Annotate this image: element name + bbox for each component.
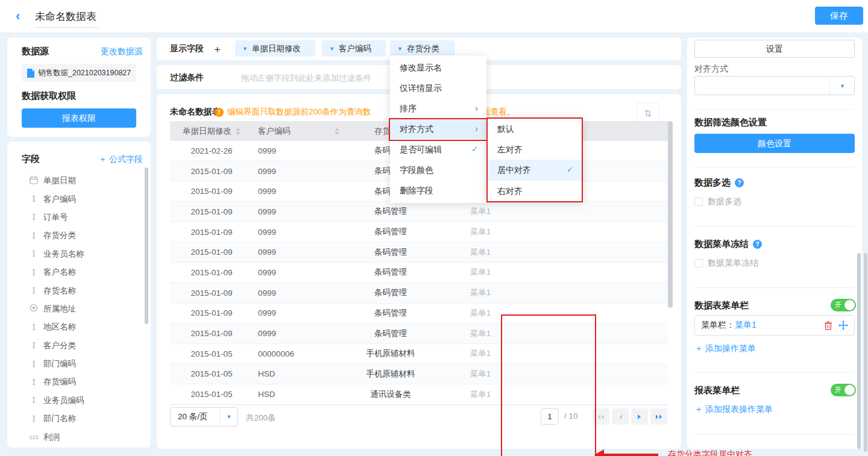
fields-panel: 字段 ＋ 公式字段 单据日期 I客户编码 I订单号 I存货分类 I业务员名称 I…	[7, 142, 151, 448]
menu-item-field-color[interactable]: 字段颜色	[390, 160, 486, 180]
field-item-yewuyuanmingcheng[interactable]: I业务员名称	[7, 245, 151, 263]
menu-item-detail-only[interactable]: 仅详情显示	[390, 78, 486, 98]
submenu-item-default[interactable]: 默认	[488, 119, 582, 139]
filter-label: 过滤条件	[170, 72, 204, 83]
sort-caret-icon[interactable]	[335, 128, 339, 135]
align-setting-select[interactable]: ▼	[694, 76, 855, 95]
field-item-diqumingcheng[interactable]: I地区名称	[7, 318, 151, 336]
text-icon: I	[29, 323, 39, 332]
datasource-file[interactable]: 销售数据_20210203190827	[22, 64, 136, 82]
add-display-field-icon[interactable]: ＋	[212, 42, 222, 56]
report-menubar-toggle[interactable]: 开	[831, 384, 856, 396]
row-menu-action[interactable]: 菜单1	[436, 344, 525, 364]
row-menu-action[interactable]: 菜单1	[436, 364, 525, 384]
trash-icon[interactable]	[824, 321, 832, 330]
row-menu-action[interactable]: 菜单1	[436, 304, 525, 323]
page-size-select[interactable]: 20 条/页 ▼	[170, 407, 238, 426]
table-scrollbar[interactable]	[668, 121, 673, 308]
change-datasource-link[interactable]: 更改数据源	[101, 46, 143, 57]
text-icon: I	[29, 195, 39, 204]
field-item-cunhuomingcheng[interactable]: I存货名称	[7, 281, 151, 299]
save-button[interactable]: 保存	[815, 7, 863, 25]
menu-item-rename[interactable]: 修改显示名	[390, 57, 486, 78]
caret-down-icon: ▼	[242, 46, 248, 52]
settings-scrollbar[interactable]	[857, 253, 861, 449]
settings-panel: 设置 对齐方式 ▼ 数据筛选颜色设置 颜色设置 数据多选? 数据多选 数据菜单冻…	[687, 37, 862, 449]
plus-icon: ＋	[694, 343, 703, 353]
field-item-dingdanhao[interactable]: I订单号	[7, 208, 151, 226]
question-icon[interactable]: ?	[735, 178, 744, 187]
next-page-button[interactable]	[631, 408, 648, 425]
menubar-item: 菜单栏：菜单1	[694, 315, 855, 336]
field-context-menu: 修改显示名 仅详情显示 排序› 对齐方式› 是否可编辑✓ 字段颜色 删除字段	[390, 55, 486, 203]
column-header-date[interactable]: 单据日期修改	[170, 121, 253, 141]
field-chip-kehubianma[interactable]: ▼客户编码	[322, 40, 386, 57]
checkbox-icon[interactable]	[694, 198, 703, 206]
field-item-bumenbianma[interactable]: I部门编码	[7, 355, 151, 373]
prev-page-button[interactable]	[612, 408, 629, 425]
field-chip-danjuriqixiugai[interactable]: ▼单据日期修改	[235, 40, 315, 57]
add-action-menu-link[interactable]: ＋ 添加操作菜单	[694, 343, 756, 354]
menu-item-sort[interactable]: 排序›	[390, 98, 486, 119]
menu-item-editable[interactable]: 是否可编辑✓	[390, 139, 486, 160]
filter-dropzone-placeholder[interactable]: 拖动左侧字段到此处来添加过滤条件	[241, 73, 371, 84]
submenu-item-center[interactable]: 居中对齐✓	[488, 160, 582, 180]
field-item-danjuriqi[interactable]: 单据日期	[7, 172, 151, 190]
row-menu-action[interactable]: 菜单1	[436, 384, 525, 404]
page-count-label: / 10	[564, 411, 578, 420]
text-icon: I	[29, 213, 39, 222]
add-formula-field-link[interactable]: ＋ 公式字段	[98, 154, 143, 165]
field-item-cunhuobianma[interactable]: I存货编码	[7, 373, 151, 391]
fields-scrollbar[interactable]	[145, 167, 148, 324]
page-title[interactable]: 未命名数据表	[35, 10, 99, 28]
chevron-right-icon: ›	[475, 98, 478, 119]
page-number-input[interactable]: 1	[541, 408, 559, 425]
field-item-yewuyuanbianma[interactable]: I业务员编码	[7, 392, 151, 410]
number-icon: 123	[29, 434, 39, 440]
field-item-suoshudizhi[interactable]: 所属地址	[7, 300, 151, 318]
first-page-button[interactable]	[593, 408, 609, 425]
back-icon[interactable]: ‹	[16, 8, 20, 24]
top-bar: ‹ 未命名数据表 保存	[0, 0, 868, 33]
divider	[694, 226, 855, 226]
row-menu-action[interactable]: 菜单1	[436, 222, 525, 242]
field-item-cunhuofenlei[interactable]: I存货分类	[7, 226, 151, 245]
row-menu-action[interactable]: 菜单1	[436, 202, 525, 222]
table-menubar-toggle[interactable]: 开	[831, 299, 856, 311]
question-icon[interactable]: ?	[753, 240, 762, 249]
checkbox-icon[interactable]	[694, 259, 703, 267]
sort-caret-icon[interactable]	[236, 128, 241, 135]
data-permission-heading: 数据获取权限	[22, 90, 76, 102]
row-menu-action[interactable]: 菜单1	[436, 242, 525, 262]
settings-button[interactable]: 设置	[694, 40, 855, 58]
datasource-heading: 数据源	[22, 46, 49, 57]
report-permission-button[interactable]: 报表权限	[22, 108, 136, 128]
field-item-kehubianma[interactable]: I客户编码	[7, 190, 151, 208]
total-count-label: 共200条	[246, 413, 276, 423]
menu-item-align[interactable]: 对齐方式›	[390, 119, 486, 139]
color-settings-button[interactable]: 颜色设置	[694, 134, 855, 153]
warning-icon: !	[215, 108, 224, 117]
table-row: 2015-01-090999条码管理菜单1	[170, 283, 668, 304]
submenu-item-right[interactable]: 右对齐	[488, 181, 582, 201]
field-item-lirun[interactable]: 123利润	[7, 428, 151, 446]
submenu-item-left[interactable]: 左对齐	[488, 139, 582, 160]
move-icon[interactable]	[838, 320, 848, 330]
row-menu-action[interactable]: 菜单1	[436, 283, 525, 303]
menubar-item-link[interactable]: 菜单1	[735, 320, 756, 331]
text-icon: I	[29, 414, 39, 423]
menu-freeze-checkbox[interactable]: 数据菜单冻结	[694, 258, 758, 269]
multi-select-checkbox[interactable]: 数据多选	[694, 196, 741, 207]
field-item-kehumingcheng[interactable]: I客户名称	[7, 263, 151, 281]
field-chip-cunhuofenlei[interactable]: ▼存货分类	[390, 40, 455, 57]
row-menu-action[interactable]: 菜单1	[436, 323, 525, 343]
page-scrollbar[interactable]	[864, 253, 867, 452]
last-page-button[interactable]	[650, 408, 667, 425]
add-report-action-menu-link[interactable]: ＋ 添加报表操作菜单	[694, 404, 773, 415]
menu-item-delete-field[interactable]: 删除字段	[390, 180, 486, 201]
column-header-code[interactable]: 客户编码	[253, 121, 345, 141]
file-icon	[27, 69, 34, 78]
row-menu-action[interactable]: 菜单1	[436, 263, 525, 283]
field-item-kehufenlei[interactable]: I客户分类	[7, 337, 151, 355]
field-item-bumenmingcheng[interactable]: I部门名称	[7, 410, 151, 428]
